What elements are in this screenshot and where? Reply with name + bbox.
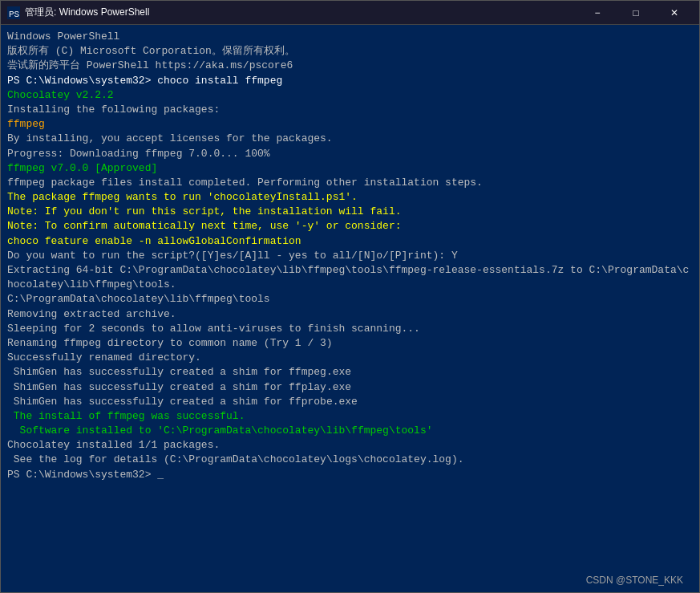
terminal-line: ffmpeg [7, 117, 693, 132]
maximize-button[interactable]: □ [617, 2, 654, 24]
terminal-line: ShimGen has successfully created a shim … [7, 395, 693, 409]
watermark: CSDN @STONE_KKK [586, 575, 683, 586]
terminal-line: PS C:\Windows\system32> choco install ff… [7, 74, 693, 88]
terminal-line: ffmpeg package files install completed. … [7, 176, 693, 190]
powershell-icon: PS [7, 6, 20, 19]
terminal-line: The install of ffmpeg was successful. [7, 409, 693, 424]
powershell-window: PS 管理员: Windows PowerShell − □ ✕ Windows… [0, 0, 700, 593]
terminal-line: Do you want to run the script?([Y]es/[A]… [7, 249, 693, 263]
terminal-line: Progress: Downloading ffmpeg 7.0.0... 10… [7, 147, 693, 161]
terminal-line: ffmpeg v7.0.0 [Approved] [7, 161, 693, 176]
terminal-line: Chocolatey installed 1/1 packages. [7, 438, 693, 453]
terminal-line: choco feature enable -n allowGlobalConfi… [7, 234, 693, 249]
title-bar: PS 管理员: Windows PowerShell − □ ✕ [1, 1, 699, 25]
window-title: 管理员: Windows PowerShell [25, 6, 149, 19]
terminal-line: 尝试新的跨平台 PowerShell https://aka.ms/pscore… [7, 59, 693, 73]
terminal-line: By installing, you accept licenses for t… [7, 132, 693, 146]
terminal-line: Sleeping for 2 seconds to allow anti-vir… [7, 322, 693, 336]
title-bar-left: PS 管理员: Windows PowerShell [7, 6, 149, 19]
terminal-line: Successfully renamed directory. [7, 351, 693, 365]
terminal-line: See the log for details (C:\ProgramData\… [7, 453, 693, 467]
terminal-line: PS C:\Windows\system32> _ [7, 468, 693, 482]
terminal-line: Note: To confirm automatically next time… [7, 219, 693, 234]
svg-text:PS: PS [9, 10, 20, 19]
terminal-line: Renaming ffmpeg directory to common name… [7, 336, 693, 351]
terminal-line: ShimGen has successfully created a shim … [7, 365, 693, 380]
terminal-line: The package ffmpeg wants to run 'chocola… [7, 190, 693, 205]
close-button[interactable]: ✕ [656, 2, 693, 24]
terminal-line: Removing extracted archive. [7, 307, 693, 322]
terminal-line: C:\ProgramData\chocolatey\lib\ffmpeg\too… [7, 292, 693, 307]
terminal-line: 版权所有 (C) Microsoft Corporation。保留所有权利。 [7, 44, 693, 59]
terminal-line: Note: If you don't run this script, the … [7, 205, 693, 219]
terminal-line: Windows PowerShell [7, 30, 693, 44]
window-controls: − □ ✕ [579, 2, 693, 24]
terminal-body[interactable]: Windows PowerShell版权所有 (C) Microsoft Cor… [1, 25, 699, 592]
terminal-line: Installing the following packages: [7, 103, 693, 117]
minimize-button[interactable]: − [579, 2, 616, 24]
terminal-line: Software installed to 'C:\ProgramData\ch… [7, 424, 693, 438]
terminal-line: Extracting 64-bit C:\ProgramData\chocola… [7, 263, 693, 292]
terminal-line: Chocolatey v2.2.2 [7, 88, 693, 103]
terminal-line: ShimGen has successfully created a shim … [7, 380, 693, 395]
